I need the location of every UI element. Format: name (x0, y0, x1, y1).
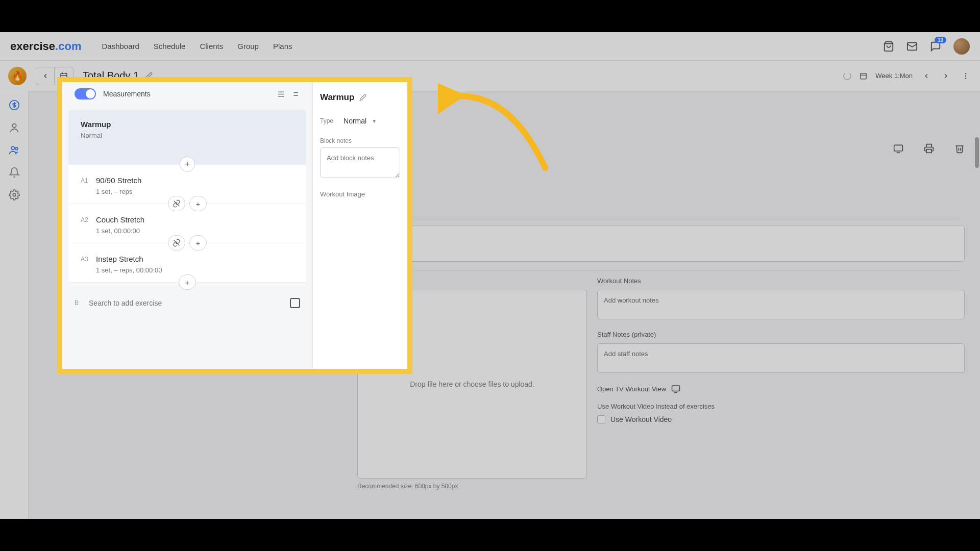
exercise-name: Instep Stretch (96, 255, 294, 263)
unlink-button[interactable] (168, 235, 185, 251)
logo-suffix: .com (55, 40, 81, 53)
user-avatar[interactable] (953, 38, 970, 55)
svg-point-13 (12, 124, 16, 128)
dollar-icon[interactable] (9, 99, 20, 111)
nav-dashboard[interactable]: Dashboard (102, 42, 139, 51)
more-menu-button[interactable] (960, 70, 972, 82)
measurements-label: Measurements (103, 90, 151, 98)
top-nav: exercise.com Dashboard Schedule Clients … (0, 32, 980, 61)
svg-point-16 (13, 193, 16, 196)
nav-links: Dashboard Schedule Clients Group Plans (102, 42, 292, 51)
loading-spinner-icon (843, 72, 851, 80)
svg-point-14 (11, 146, 14, 149)
svg-point-8 (965, 73, 966, 74)
exercise-tag: A2 (81, 216, 88, 223)
type-value: Normal (344, 117, 366, 125)
block-subtitle: Normal (81, 132, 294, 139)
search-tag: B (75, 299, 79, 307)
staff-notes-input[interactable] (597, 343, 965, 373)
shopping-bag-icon[interactable] (883, 41, 894, 52)
mail-icon[interactable] (906, 41, 918, 52)
exercise-detail: 1 set, – reps (96, 188, 294, 195)
add-exercise-button[interactable]: + (180, 157, 195, 172)
exercise-tag: A3 (81, 256, 88, 263)
nav-icons: 10 (883, 38, 970, 55)
description-textarea[interactable] (357, 225, 965, 262)
nav-plans[interactable]: Plans (273, 42, 292, 51)
exercise-name: Couch Stretch (96, 215, 294, 224)
exercise-detail: 1 set, 00:00:00 (96, 227, 294, 235)
block-notes-label: Block notes (320, 137, 400, 144)
exercise-name: 90/90 Stretch (96, 176, 294, 185)
tv-icon[interactable] (893, 143, 903, 154)
exercise-detail: 1 set, – reps, 00:00:00 (96, 266, 294, 274)
logo-text: exercise (10, 40, 55, 53)
nav-clients[interactable]: Clients (200, 42, 223, 51)
workout-image-label: Workout Image (320, 190, 400, 198)
block-toolbar (893, 143, 965, 154)
video-heading: Use Workout Video instead of exercises (597, 403, 965, 410)
notification-badge: 10 (935, 37, 946, 43)
logo: exercise.com (10, 40, 81, 53)
use-video-label: Use Workout Video (610, 415, 672, 423)
search-exercise-input[interactable] (89, 299, 280, 307)
svg-rect-20 (672, 386, 680, 391)
week-next-button[interactable] (940, 70, 951, 82)
warmup-block[interactable]: Warmup Normal + (68, 110, 306, 165)
recommended-size-text: Recommended size: 600px by 500px (357, 483, 587, 490)
week-label: Week 1:Mon (875, 72, 913, 80)
add-button[interactable]: + (189, 196, 207, 211)
calendar-small-icon[interactable] (860, 72, 867, 80)
highlight-panel: Measurements Warmup Normal + A1 90/90 St… (57, 77, 412, 374)
unlink-button[interactable] (168, 196, 185, 211)
compact-view-icon[interactable] (291, 90, 300, 98)
svg-point-9 (965, 75, 966, 76)
list-view-icon[interactable] (277, 90, 285, 98)
svg-point-10 (965, 78, 966, 79)
use-video-checkbox[interactable] (597, 415, 605, 423)
staff-notes-label: Staff Notes (private) (597, 331, 965, 338)
panel-title: Warmup (320, 92, 354, 103)
search-toggle-button[interactable] (290, 298, 300, 308)
add-button[interactable]: + (179, 274, 196, 290)
block-title: Warmup (81, 120, 294, 129)
svg-rect-6 (861, 73, 866, 79)
chat-icon[interactable]: 10 (930, 41, 941, 52)
print-icon[interactable] (924, 143, 934, 154)
chevron-down-icon: ▼ (372, 118, 377, 124)
edit-panel-icon[interactable] (359, 94, 366, 101)
group-icon[interactable] (9, 144, 20, 156)
nav-schedule[interactable]: Schedule (154, 42, 186, 51)
user-icon[interactable] (9, 122, 20, 133)
measurements-toggle[interactable] (75, 88, 96, 99)
left-rail (0, 91, 29, 519)
gear-icon[interactable] (9, 189, 20, 201)
block-notes-input[interactable] (320, 147, 400, 178)
nav-group[interactable]: Group (237, 42, 259, 51)
tv-view-label: Open TV Workout View (597, 385, 666, 393)
bell-icon[interactable] (9, 167, 20, 178)
prev-arrow-button[interactable] (36, 67, 55, 85)
svg-point-15 (15, 147, 18, 150)
workout-notes-label: Workout Notes (597, 277, 965, 285)
trash-icon[interactable] (954, 143, 965, 154)
week-prev-button[interactable] (921, 70, 932, 82)
svg-rect-19 (926, 149, 932, 153)
tv-view-icon[interactable] (671, 384, 680, 393)
svg-rect-17 (894, 145, 903, 151)
scrollbar[interactable] (975, 137, 979, 168)
brand-emblem[interactable]: 🔥 (8, 67, 27, 85)
type-label: Type (320, 117, 333, 124)
workout-notes-input[interactable] (597, 290, 965, 319)
add-button[interactable]: + (189, 235, 207, 251)
type-select[interactable]: Normal ▼ (344, 117, 377, 125)
exercise-tag: A1 (81, 177, 88, 184)
